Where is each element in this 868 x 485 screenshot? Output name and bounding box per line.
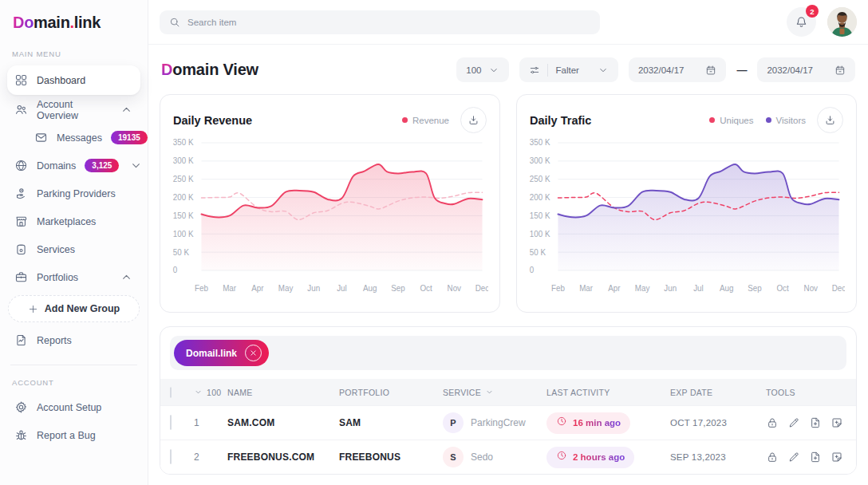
column-label: PORTFOLIO: [339, 388, 389, 397]
svg-text:May: May: [635, 284, 650, 293]
column-label: SERVICE: [443, 388, 481, 397]
svg-text:Dec: Dec: [832, 284, 845, 293]
column-label: 100: [207, 388, 221, 397]
edit-tool-button[interactable]: [787, 416, 800, 429]
globe-icon: [14, 159, 28, 172]
lock-tool-button[interactable]: [766, 416, 779, 429]
page-size-value: 100: [466, 65, 481, 75]
sidebar-item-label: Messages: [57, 132, 102, 144]
sidebar-item-add-new-group[interactable]: Add New Group: [8, 295, 140, 322]
select-all-checkbox[interactable]: [170, 387, 172, 398]
traffic-chart: 350 K300 K250 K200 K150 K100 K50 K0FebMa…: [528, 133, 845, 302]
column-label: LAST ACTIVITY: [546, 388, 610, 397]
filter-chip[interactable]: Domail.link: [174, 340, 269, 366]
svg-text:Dec: Dec: [475, 284, 488, 293]
download-icon: [468, 114, 479, 126]
sidebar-item-account-overview[interactable]: Account Overview: [7, 97, 140, 123]
chevron-up-icon: [120, 270, 133, 284]
row-checkbox[interactable]: [170, 449, 172, 464]
sidebar-item-report-a-bug[interactable]: Report a Bug: [7, 422, 140, 448]
service-avatar: S: [443, 447, 464, 467]
search-input[interactable]: [187, 18, 590, 27]
export-tool-button[interactable]: [831, 416, 843, 429]
row-checkbox[interactable]: [170, 415, 172, 430]
sidebar-item-reports[interactable]: Reports: [7, 327, 140, 353]
sidebar-item-portfolios[interactable]: Portfolios: [7, 264, 140, 290]
sidebar-item-services[interactable]: Services: [7, 236, 140, 262]
sidebar-item-domains[interactable]: Domains3,125: [7, 152, 140, 179]
column-label: NAME: [227, 388, 253, 397]
portfolio-name: FREEBONUS: [339, 451, 443, 463]
page-size-select[interactable]: 100: [456, 57, 509, 82]
svg-text:0: 0: [530, 266, 535, 274]
download-button[interactable]: [460, 107, 487, 133]
column-header-service[interactable]: SERVICE: [443, 388, 546, 397]
last-activity-text: 16 min ago: [573, 418, 621, 428]
service-cell: PParkingCrew: [443, 412, 546, 433]
add-file-tool-button[interactable]: [809, 451, 822, 463]
svg-text:Feb: Feb: [195, 284, 208, 293]
add-file-icon: [809, 451, 822, 463]
storefront-icon: [14, 215, 28, 228]
svg-text:Jul: Jul: [337, 284, 347, 293]
lock-tool-button[interactable]: [766, 451, 779, 463]
domain-name: SAM.COM: [227, 417, 339, 428]
svg-text:Oct: Oct: [776, 284, 788, 293]
chart-title: Daily Revenue: [173, 114, 252, 127]
svg-text:150 K: 150 K: [173, 211, 194, 220]
briefcase-icon: [14, 270, 28, 284]
add-file-tool-button[interactable]: [809, 416, 822, 429]
date-from-picker[interactable]: 2032/04/17: [629, 57, 727, 82]
revenue-chart: 350 K300 K250 K200 K150 K100 K50 K0FebMa…: [172, 133, 488, 302]
app-logo: Domain.link: [7, 0, 140, 37]
column-header-name[interactable]: NAME: [227, 388, 339, 397]
export-icon: [831, 416, 843, 429]
search-box[interactable]: [160, 10, 600, 34]
notifications-button[interactable]: 2: [787, 7, 816, 37]
download-icon: [824, 114, 836, 126]
legend-dot: [766, 117, 771, 123]
avatar[interactable]: [827, 7, 857, 37]
sidebar-item-marketplaces[interactable]: Marketplaces: [7, 208, 140, 235]
content: Domain View 100 Falter 2032/04/17: [148, 45, 868, 475]
gear-icon: [14, 400, 28, 414]
domains-table-card: Domail.link 100 NAME PORTFOLIO SERVICE: [160, 326, 857, 475]
svg-text:Sep: Sep: [391, 284, 405, 293]
column-header-portfolio[interactable]: PORTFOLIO: [339, 388, 443, 397]
divider: [547, 64, 548, 77]
chevron-down-icon: [598, 65, 609, 76]
svg-text:300 K: 300 K: [173, 156, 194, 165]
legend-dot: [709, 117, 715, 123]
logo-mid-part: main: [34, 14, 69, 31]
sidebar-item-label: Marketplaces: [37, 216, 96, 227]
sidebar-item-dashboard[interactable]: Dashboard: [7, 65, 140, 95]
clock-icon: [556, 416, 567, 430]
topbar-right: 2: [787, 7, 857, 37]
svg-text:Nov: Nov: [448, 284, 462, 293]
close-icon: [250, 349, 257, 357]
sidebar-item-account-setup[interactable]: Account Setup: [7, 394, 140, 420]
download-button[interactable]: [817, 107, 843, 133]
calendar-icon: [834, 65, 846, 76]
svg-text:200 K: 200 K: [173, 193, 194, 202]
column-header-exp-date[interactable]: EXP DATE: [670, 388, 766, 397]
sidebar-item-parking-providers[interactable]: Parking Providers: [7, 180, 140, 207]
lock-icon: [766, 451, 779, 463]
date-to-picker[interactable]: 2032/04/17: [757, 57, 855, 82]
domain-name: FREEBONUS.COM: [227, 451, 339, 463]
legend-item: Uniques: [709, 116, 753, 125]
last-activity-badge: 2 hours ago: [546, 447, 634, 468]
page-title: Domain View: [161, 61, 258, 79]
remove-filter-button[interactable]: [245, 345, 262, 361]
svg-text:200 K: 200 K: [530, 193, 550, 202]
column-header-count[interactable]: 100: [194, 388, 227, 397]
export-tool-button[interactable]: [831, 451, 843, 463]
svg-text:100 K: 100 K: [173, 229, 194, 238]
page-title-rest: omain View: [172, 61, 258, 78]
sidebar-item-messages[interactable]: Messages19135: [27, 124, 140, 151]
column-header-last-activity[interactable]: LAST ACTIVITY: [546, 388, 670, 397]
edit-tool-button[interactable]: [787, 451, 800, 463]
filter-select[interactable]: Falter: [519, 57, 617, 82]
chevron-down-icon: [129, 159, 143, 172]
clock-icon: [556, 450, 567, 464]
